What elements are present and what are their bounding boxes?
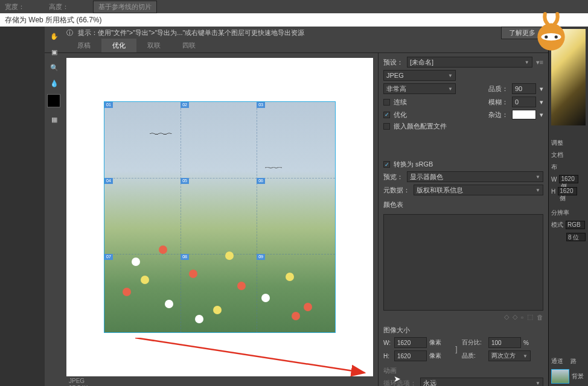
colortable-icon-2[interactable]: ◇ [513, 313, 517, 321]
blur-label: 模糊： [488, 98, 508, 107]
tab-original[interactable]: 原稿 [66, 39, 101, 52]
srgb-label: 转换为 sRGB [394, 160, 433, 169]
settings-panel: 预设： [未命名]▼ ▾≡ JPEG▼ 非常高▼ 品质： 90 ▾ 连续 模糊：… [378, 53, 548, 386]
topbar-width-label: 宽度： [5, 2, 25, 11]
preset-label: 预设： [383, 58, 403, 67]
preview-image: 01 02 03 04 05 06 07 08 09 〰 〰 [104, 101, 336, 333]
topbar-slice-button[interactable]: 基于参考线的切片 [93, 1, 157, 13]
eyedropper-tool-icon[interactable]: 💧 [47, 76, 62, 90]
colortable-icon-1[interactable]: ◇ [504, 313, 509, 321]
icc-label: 嵌入颜色配置文件 [394, 122, 447, 131]
px-unit-2: 像素 [429, 352, 451, 360]
layer-thumb[interactable] [551, 369, 569, 384]
optimized-checkbox[interactable] [383, 112, 390, 118]
metadata-select[interactable]: 版权和联系信息▼ [414, 185, 543, 195]
rp-doc-label[interactable]: 文档 [551, 151, 586, 159]
colortable-trash-icon[interactable]: 🗑 [537, 314, 543, 321]
rp-h-label: H [551, 188, 555, 195]
metadata-label: 元数据： [383, 186, 410, 195]
save-for-web-dialog: ⓘ 提示：使用"文件">"导出">"导出为..."或右键单击某个图层可更快速地导… [45, 27, 548, 386]
rp-channels-label[interactable]: 通道 [551, 357, 563, 365]
progressive-checkbox[interactable] [383, 99, 390, 106]
slice-select-tool-icon[interactable]: ▣ [47, 45, 62, 59]
preset-menu-icon[interactable]: ▾≡ [536, 59, 543, 66]
quality-stepper-icon[interactable]: ▾ [540, 85, 543, 93]
svg-point-3 [545, 36, 548, 39]
dialog-titlebar: 存储为 Web 所用格式 (66.7%) [0, 13, 588, 27]
w-label: W: [383, 340, 392, 346]
tab-4up[interactable]: 四联 [171, 39, 206, 52]
animation-label: 动画 [383, 366, 543, 375]
matte-dropdown-icon[interactable]: ▾ [540, 111, 543, 119]
zoom-tool-icon[interactable]: 🔍 [47, 60, 62, 75]
link-icon[interactable]: ] [453, 345, 459, 353]
px-unit-1: 像素 [429, 338, 451, 347]
imagesize-label: 图像大小 [383, 326, 543, 335]
status-format: JPEG [69, 378, 120, 384]
rp-mode-value[interactable]: RGB [566, 221, 585, 229]
hint-text: 提示：使用"文件">"导出">"导出为..."或右键单击某个图层可更快速地导出资… [78, 28, 304, 37]
left-toolbar: ✋ ▣ 🔍 💧 ▦ [47, 29, 64, 127]
loop-select: 永远▼ [420, 378, 543, 386]
srgb-checkbox[interactable] [383, 161, 390, 168]
rp-w-value[interactable]: 1620 侧 [559, 175, 578, 183]
rp-bits-value[interactable]: 8 位 [566, 233, 586, 241]
preset-select[interactable]: [未命名]▼ [407, 57, 532, 68]
rp-mode-label: 模式 [551, 221, 563, 229]
mascot-icon [532, 11, 570, 54]
colortable-label: 颜色表 [383, 200, 543, 209]
slice-visibility-icon[interactable]: ▦ [47, 112, 62, 127]
preview-label: 预览： [383, 172, 403, 182]
quality-preset-select[interactable]: 非常高▼ [383, 83, 456, 94]
height-input[interactable]: 1620 [394, 350, 427, 361]
rp-h-value[interactable]: 1620 侧 [558, 187, 577, 195]
resample-label: 品质: [462, 352, 486, 360]
tab-2up[interactable]: 双联 [136, 39, 171, 52]
preview-select[interactable]: 显示器颜色▼ [407, 171, 543, 182]
right-host-panel: 调整 文档 布 W1620 侧 H1620 侧 分辨率 模式RGB 8 位 通道… [548, 27, 588, 386]
rp-adjust-label[interactable]: 调整 [551, 139, 586, 147]
info-icon: ⓘ [66, 28, 73, 37]
loop-label: 循环选项： [383, 379, 417, 387]
rp-res-label: 分辨率 [551, 209, 586, 217]
preview-canvas-area[interactable]: 01 02 03 04 05 06 07 08 09 〰 〰 [66, 58, 373, 376]
percent-input[interactable]: 100 [488, 337, 521, 348]
svg-point-2 [542, 33, 561, 40]
rp-canvas-label: 布 [551, 163, 586, 171]
progressive-label: 连续 [394, 98, 407, 107]
percent-label: 百分比: [462, 338, 486, 347]
icc-checkbox[interactable] [383, 123, 390, 130]
blur-input[interactable]: 0 [512, 96, 536, 107]
percent-unit: % [523, 340, 531, 346]
width-input[interactable]: 1620 [394, 337, 427, 348]
layer-bg-label[interactable]: 背景 [572, 372, 584, 381]
blur-stepper-icon[interactable]: ▾ [540, 98, 543, 106]
svg-point-4 [555, 36, 558, 39]
quality-label: 品质： [488, 84, 508, 93]
matte-label: 杂边： [488, 110, 508, 119]
rp-paths-label[interactable]: 路 [570, 357, 577, 365]
h-label: H: [383, 353, 392, 359]
matte-swatch[interactable] [512, 110, 536, 119]
topbar-height-label: 高度： [49, 2, 69, 11]
quality-input[interactable]: 90 [512, 83, 536, 94]
optimized-label: 优化 [394, 110, 407, 119]
color-swatch[interactable] [47, 94, 60, 107]
colortable-icon-3[interactable]: ▫ [521, 314, 523, 321]
format-select[interactable]: JPEG▼ [383, 70, 456, 81]
colortable-icon-4[interactable]: ⬚ [527, 313, 533, 321]
resample-select[interactable]: 两次立方▼ [488, 350, 531, 361]
rp-w-label: W [551, 176, 557, 183]
color-table [383, 214, 543, 311]
dialog-title: 存储为 Web 所用格式 (66.7%) [5, 15, 101, 25]
hand-tool-icon[interactable]: ✋ [47, 29, 62, 43]
tab-optimized[interactable]: 优化 [101, 39, 136, 52]
